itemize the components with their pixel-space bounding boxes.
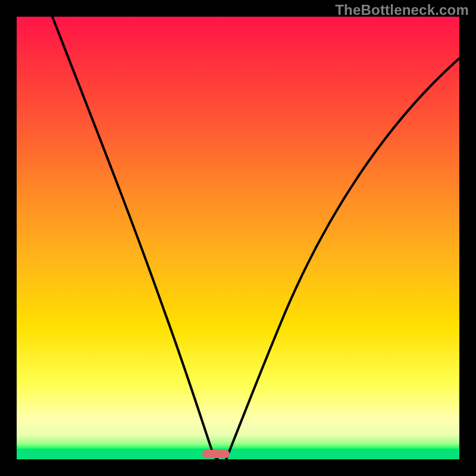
left-curve <box>52 17 218 459</box>
bottleneck-marker <box>202 450 230 458</box>
curve-overlay <box>17 17 459 459</box>
plot-area <box>17 17 459 459</box>
right-curve <box>226 58 459 459</box>
chart-frame: TheBottleneck.com <box>0 0 476 476</box>
watermark-text: TheBottleneck.com <box>335 2 469 18</box>
